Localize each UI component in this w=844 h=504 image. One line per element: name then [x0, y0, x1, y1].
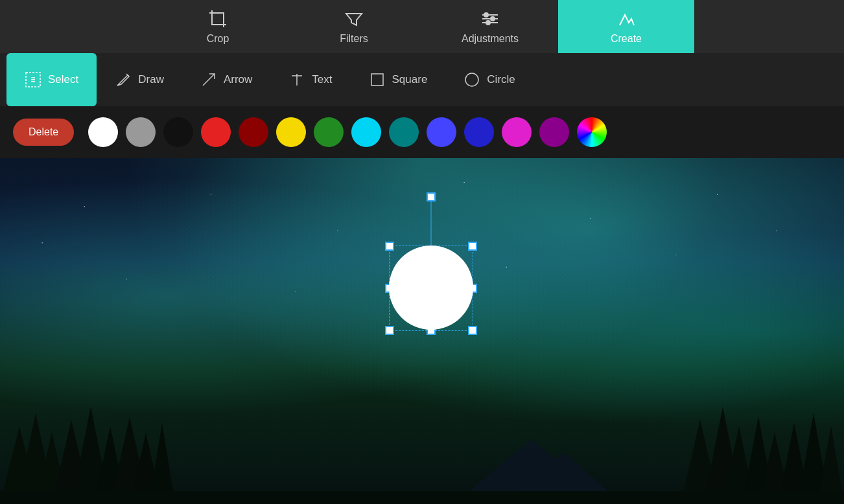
svg-point-3: [484, 13, 488, 17]
square-tool-btn[interactable]: Square: [351, 53, 446, 106]
draw-icon: [115, 71, 132, 88]
color-darkred[interactable]: [239, 117, 268, 147]
color-magenta[interactable]: [502, 117, 532, 147]
filters-tool-btn[interactable]: Filters: [286, 0, 422, 53]
selection-top-line: [431, 197, 432, 246]
square-label: Square: [392, 73, 428, 86]
arrow-tool-btn[interactable]: Arrow: [182, 53, 270, 106]
svg-point-5: [486, 21, 490, 25]
text-icon: [288, 71, 305, 88]
text-tool-btn[interactable]: Text: [270, 53, 350, 106]
create-icon: [616, 8, 637, 29]
color-rainbow[interactable]: [577, 117, 607, 147]
circle-tool-btn[interactable]: Circle: [445, 53, 533, 106]
color-blue[interactable]: [427, 117, 456, 147]
color-darkblue[interactable]: [464, 117, 494, 147]
draw-tool-btn[interactable]: Draw: [97, 53, 182, 106]
crop-tool-btn[interactable]: Crop: [150, 0, 286, 53]
create-label: Create: [611, 33, 642, 45]
handle-bottom-right[interactable]: [468, 326, 477, 335]
select-tool-btn[interactable]: Select: [6, 53, 97, 106]
color-purple[interactable]: [539, 117, 569, 147]
svg-point-11: [465, 73, 478, 86]
square-icon: [369, 71, 386, 88]
color-teal[interactable]: [389, 117, 419, 147]
filters-icon: [344, 8, 364, 29]
color-yellow[interactable]: [276, 117, 306, 147]
crop-label: Crop: [207, 33, 229, 45]
handle-top-left[interactable]: [385, 242, 394, 251]
tree-silhouettes: [0, 387, 844, 504]
adjustments-tool-btn[interactable]: Adjustments: [422, 0, 558, 53]
canvas-area[interactable]: [0, 158, 844, 504]
circle-object[interactable]: [389, 246, 473, 330]
color-white[interactable]: [88, 117, 118, 147]
text-label: Text: [312, 73, 332, 86]
draw-label: Draw: [138, 73, 164, 86]
select-label: Select: [48, 73, 78, 86]
create-tool-btn[interactable]: Create: [558, 0, 694, 53]
svg-rect-32: [0, 491, 844, 504]
filters-label: Filters: [340, 33, 368, 45]
secondary-toolbar: Select Draw Arrow Text Square Circle: [0, 53, 844, 106]
delete-button[interactable]: Delete: [13, 119, 74, 146]
adjustments-icon: [480, 8, 500, 29]
color-black[interactable]: [163, 117, 193, 147]
arrow-label: Arrow: [224, 73, 252, 86]
circle-label: Circle: [487, 73, 515, 86]
top-toolbar: Crop Filters Adjustments Create: [0, 0, 844, 53]
svg-point-4: [491, 17, 495, 21]
circle-icon: [463, 71, 480, 88]
select-icon: [25, 71, 41, 88]
color-red[interactable]: [201, 117, 231, 147]
color-gray[interactable]: [126, 117, 156, 147]
handle-top[interactable]: [427, 192, 436, 201]
crop-icon: [207, 8, 228, 29]
adjustments-label: Adjustments: [462, 33, 519, 45]
color-toolbar: Delete: [0, 106, 844, 158]
arrow-icon: [200, 71, 217, 88]
handle-bottom-left[interactable]: [385, 326, 394, 335]
color-green[interactable]: [314, 117, 344, 147]
svg-rect-10: [371, 74, 383, 86]
color-cyan[interactable]: [351, 117, 381, 147]
handle-top-right[interactable]: [468, 242, 477, 251]
svg-line-7: [203, 74, 215, 86]
